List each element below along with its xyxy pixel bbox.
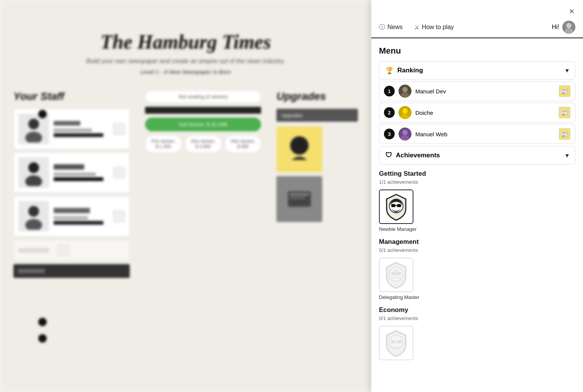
news-action-row: Fire stories: $ 1,400 Hire stories: $ 3,… (145, 135, 261, 153)
ranking-header-left: 🏆 Ranking (385, 67, 423, 75)
news-hire-2-btn[interactable]: Hire stories: $ 990 (225, 135, 261, 153)
staff-avatar-3 (18, 201, 49, 232)
achievement-economy-badge (379, 326, 413, 360)
nav-how-to-play-label: How to play (422, 24, 454, 31)
staff-column: Your Staff (13, 90, 130, 278)
ranking-chevron: ▾ (565, 66, 569, 75)
staff-action-btn-2[interactable] (113, 167, 125, 178)
economy-progress: 0/1 achievements (379, 315, 575, 321)
achievements-header-left: 🛡 Achievements (385, 152, 440, 159)
staff-action-btn-3[interactable] (113, 211, 125, 222)
svg-point-0 (28, 119, 39, 129)
svg-point-2 (28, 162, 39, 173)
achievement-newbie-manager-badge (379, 189, 413, 224)
svg-rect-32 (391, 340, 395, 343)
rank-number-1: 1 (384, 86, 395, 96)
rank-number-3: 3 (384, 129, 395, 139)
svg-point-1 (25, 132, 42, 142)
svg-rect-9 (290, 197, 305, 199)
nav-how-to-play[interactable]: ⚔ How to play (414, 24, 454, 31)
rank-avatar-3 (398, 127, 412, 140)
svg-rect-24 (397, 204, 401, 207)
dot-2 (38, 318, 47, 326)
ranking-row-1: 1 Manuel Dev 📰 (379, 81, 575, 101)
ranking-row-3: 3 Manuel Web 📰 (379, 124, 575, 144)
staff-title: Your Staff (13, 90, 130, 103)
svg-rect-23 (391, 204, 395, 207)
svg-point-11 (566, 23, 572, 28)
achievements-header[interactable]: 🛡 Achievements ▾ (379, 146, 575, 165)
svg-rect-33 (397, 340, 402, 343)
news-picker: Not reading (0 stories) (145, 90, 261, 103)
svg-point-5 (25, 219, 42, 230)
trophy-icon: 🏆 (385, 67, 394, 75)
info-icon: ⓘ (379, 23, 385, 31)
economy-title: Economy (379, 306, 575, 314)
hi-label: Hi! (552, 24, 559, 31)
rank-avatar-2 (398, 106, 412, 119)
rank-newspaper-icon-3: 📰 (559, 128, 570, 140)
svg-rect-28 (391, 272, 395, 275)
staff-info-1 (54, 121, 109, 137)
staff-action-btn-1[interactable] (113, 123, 125, 135)
rank-name-3: Manuel Web (415, 131, 555, 137)
staff-info-2 (54, 164, 109, 181)
nav-news[interactable]: ⓘ News (379, 23, 403, 31)
game-level: Level 1 - A New Newspaper Is Born (140, 69, 231, 75)
nav-user: Hi! (552, 21, 575, 34)
rank-name-1: Manuel Dev (415, 88, 555, 95)
getting-started-title: Getting Started (379, 170, 575, 178)
upgrade-btn[interactable]: Upgrades (276, 109, 358, 122)
upgrade-card-2 (276, 176, 322, 222)
svg-point-4 (28, 206, 39, 217)
svg-point-17 (402, 108, 408, 114)
news-progress (145, 107, 261, 114)
news-hire-btn[interactable]: Hire stories: $ 3,960 (185, 135, 222, 153)
achievement-delegating-label: Delegating Master (379, 294, 575, 300)
staff-card-3 (13, 196, 130, 237)
rank-avatar-1 (398, 85, 412, 98)
upgrades-column: Upgrades Upgrades (276, 90, 358, 278)
svg-point-20 (402, 130, 408, 135)
technician-bar (13, 264, 130, 278)
svg-point-3 (25, 175, 42, 186)
staff-avatar-1 (18, 114, 49, 144)
upgrade-card-1 (276, 126, 322, 172)
achievements-chevron: ▾ (565, 151, 569, 160)
strategy-icon: ⚔ (414, 24, 420, 31)
sidebar-nav: ⓘ News ⚔ How to play Hi! (371, 17, 583, 38)
nav-news-label: News (387, 24, 403, 31)
staff-avatar-2 (18, 157, 49, 188)
rank-name-2: Doiche (415, 109, 555, 116)
staff-card-4 (13, 240, 130, 261)
news-column: Not reading (0 stories) Get bonus: $ 31,… (145, 90, 261, 278)
sidebar-content: Menu 🏆 Ranking ▾ 1 Manuel Dev 📰 2 Doiche… (371, 38, 583, 392)
game-background: The Hamburg Times Build your own newspap… (0, 0, 371, 392)
svg-point-6 (290, 136, 309, 155)
news-fire-btn[interactable]: Fire stories: $ 1,400 (145, 135, 182, 153)
svg-rect-29 (397, 272, 401, 275)
staff-card-2 (13, 152, 130, 193)
menu-title: Menu (379, 46, 575, 56)
rank-newspaper-icon-1: 📰 (559, 85, 570, 97)
game-subtitle: Build your own newspaper and create an e… (86, 58, 285, 65)
svg-point-14 (402, 87, 408, 92)
achievement-delegating-master-badge (379, 258, 413, 292)
dot-3 (38, 334, 47, 343)
sidebar-header: ✕ (371, 0, 583, 17)
achievement-newbie-label: Newbie Manager (379, 226, 575, 232)
management-progress: 0/1 achievements (379, 247, 575, 253)
staff-info-3 (54, 208, 109, 225)
staff-card-1 (13, 109, 130, 149)
rank-number-2: 2 (384, 107, 395, 118)
svg-rect-8 (290, 193, 309, 196)
shield-icon-header: 🛡 (385, 152, 392, 159)
news-cta-btn[interactable]: Get bonus: $ 31,046 (145, 118, 261, 131)
close-button[interactable]: ✕ (566, 6, 577, 17)
ranking-header[interactable]: 🏆 Ranking ▾ (379, 61, 575, 80)
ranking-label: Ranking (397, 67, 423, 74)
sidebar-panel: ✕ ⓘ News ⚔ How to play Hi! Menu 🏆 Rankin… (371, 0, 583, 392)
staff-action-btn-4[interactable] (57, 245, 69, 256)
ranking-row-2: 2 Doiche 📰 (379, 103, 575, 122)
achievements-label: Achievements (396, 152, 440, 159)
